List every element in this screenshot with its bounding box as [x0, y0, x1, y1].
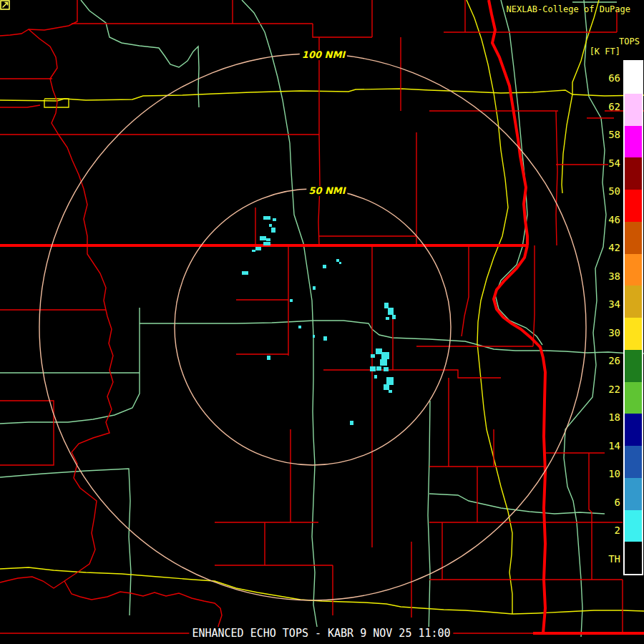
colorbar-label: 2 — [596, 525, 620, 535]
radar-echo — [386, 377, 394, 385]
radar-screen: NEXLAB-College of DuPage TOPS [K FT] 666… — [0, 0, 644, 644]
radar-echo — [384, 303, 389, 308]
radar-echo — [273, 218, 276, 221]
green-road — [0, 469, 131, 615]
colorbar-band — [625, 414, 642, 446]
county-boundary — [323, 370, 501, 378]
green-road — [81, 0, 199, 107]
county-boundary — [313, 24, 372, 37]
radar-echo — [388, 308, 394, 315]
range-ring-label: 100 NMI — [300, 50, 347, 60]
radar-echo — [313, 335, 315, 338]
green-road — [140, 321, 644, 353]
colorbar-band — [625, 286, 642, 318]
radar-echo — [380, 359, 387, 366]
radar-echo — [263, 242, 270, 245]
colorbar-band — [625, 157, 642, 190]
colorbar-label: 42 — [596, 243, 620, 253]
county-lines-layer — [0, 0, 644, 633]
colorbar-label: 66 — [596, 73, 620, 83]
colorbar-title: TOPS — [619, 36, 640, 47]
colorbar-band — [625, 382, 642, 414]
radar-echo — [381, 352, 389, 359]
radar-echo — [266, 238, 270, 241]
colorbar-label: 46 — [596, 215, 620, 225]
county-boundary — [533, 245, 535, 346]
colorbar-label: 54 — [596, 158, 620, 168]
radar-echo — [376, 366, 381, 371]
colorbar-label: 38 — [596, 271, 620, 281]
state-lines-layer — [0, 0, 644, 633]
radar-map — [0, 0, 644, 644]
county-boundary — [0, 29, 113, 588]
radar-echo — [389, 390, 392, 393]
county-boundary — [462, 245, 469, 336]
radar-echo — [242, 271, 248, 275]
colorbar-label: 6 — [596, 497, 620, 507]
colorbar-label: TH — [596, 554, 620, 564]
radar-echo — [371, 354, 375, 358]
county-boundary — [64, 581, 222, 633]
colorbar-band — [625, 222, 642, 254]
colorbar-label: 34 — [596, 299, 620, 309]
radar-echo — [323, 265, 326, 268]
colorbar-label: 62 — [596, 102, 620, 112]
green-road — [429, 494, 605, 514]
colorbar-label: 58 — [596, 130, 620, 140]
radar-echo — [260, 236, 266, 240]
county-boundary — [589, 453, 592, 580]
radar-echo — [313, 286, 316, 290]
colorbar-label: 30 — [596, 328, 620, 338]
radar-echo — [384, 384, 389, 390]
county-boundary — [0, 105, 40, 107]
radar-echo — [267, 356, 270, 360]
colorbar-band — [625, 350, 642, 382]
radar-echo — [392, 315, 396, 319]
colorbar-label: 10 — [596, 469, 620, 479]
colorbar-band — [625, 318, 642, 350]
box-diagonal-arrow-icon — [0, 0, 10, 10]
radar-echo — [255, 247, 261, 250]
radar-echo — [370, 366, 376, 371]
green-road — [428, 401, 430, 635]
radar-echo — [290, 299, 293, 302]
colorbar-band — [625, 94, 642, 126]
radar-echo — [339, 262, 341, 264]
colorbar-label: 26 — [596, 356, 620, 366]
colorbar-label: 50 — [596, 186, 620, 196]
footer-title: ENHANCED ECHO TOPS - KABR 9 NOV 25 11:00 — [189, 627, 453, 640]
county-boundary — [556, 111, 557, 245]
green-roads-layer — [0, 0, 644, 637]
radar-echo — [298, 326, 301, 328]
radar-echo — [374, 375, 377, 379]
radar-echo — [350, 421, 353, 425]
radar-echo — [252, 250, 255, 252]
radar-echo — [323, 336, 327, 341]
colorbar-band — [625, 62, 642, 94]
colorbar-band — [625, 446, 642, 478]
state-boundary — [494, 245, 545, 633]
radar-echo — [336, 259, 339, 262]
colorbar-band — [625, 478, 642, 510]
range-ring-label: 50 NMI — [306, 186, 347, 196]
colorbar-label: 22 — [596, 384, 620, 394]
radar-echo — [386, 317, 389, 320]
green-road — [495, 0, 542, 345]
green-road — [242, 0, 318, 635]
county-boundary — [0, 401, 54, 465]
colorbar-band — [625, 126, 642, 158]
county-boundary — [0, 0, 77, 36]
radar-echo — [384, 367, 389, 371]
radar-echo — [271, 228, 275, 233]
colorbar-band — [625, 542, 642, 574]
brand-text: NEXLAB-College of DuPage — [507, 4, 630, 14]
colorbar-band — [625, 190, 642, 222]
yellow-road — [0, 89, 644, 101]
yellow-road — [0, 567, 644, 614]
radar-echo — [376, 348, 382, 354]
colorbar-units: [K FT] — [590, 47, 620, 57]
colorbar-label: 14 — [596, 441, 620, 451]
colorbar-label: 18 — [596, 412, 620, 422]
green-road — [0, 308, 140, 424]
radar-echo — [263, 216, 270, 220]
